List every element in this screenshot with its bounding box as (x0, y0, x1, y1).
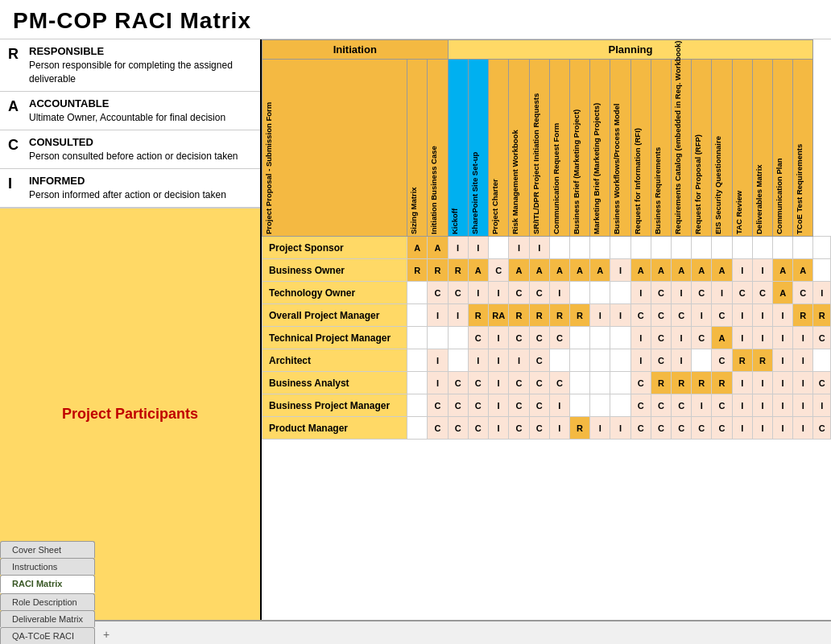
cell-5-19: I (793, 349, 813, 372)
cell-5-3: I (468, 349, 488, 372)
cell-2-19: C (793, 282, 813, 304)
cell-2-17: C (752, 282, 772, 304)
cell-5-13: I (672, 349, 692, 372)
cell-7-12: C (651, 394, 671, 417)
cell-7-6: C (529, 394, 549, 417)
cell-8-2: C (448, 417, 468, 440)
cell-1-12: A (651, 259, 671, 282)
cell-5-0 (407, 349, 428, 372)
cell-8-8: R (569, 417, 589, 440)
cell-3-14: I (692, 304, 712, 327)
cell-7-3: C (468, 394, 488, 417)
cell-0-18 (773, 237, 793, 259)
cell-4-20: C (813, 327, 831, 349)
tab-role-description[interactable]: Role Description (0, 593, 95, 610)
cell-4-15: A (712, 327, 732, 349)
cell-7-20: I (813, 394, 831, 417)
row-name-3: Overall Project Manager (263, 304, 407, 327)
cell-0-9 (590, 237, 610, 259)
col-header-18: Deliverables Matrix (752, 60, 772, 237)
tab-qa-tcoe-raci[interactable]: QA-TCoE RACI (0, 627, 95, 644)
cell-6-0 (407, 372, 428, 394)
cell-8-15: C (712, 417, 732, 440)
tab-cover-sheet[interactable]: Cover Sheet (0, 541, 95, 558)
col-header-14: Requirements Catalog (embedded in Req. W… (672, 60, 692, 237)
cell-6-10 (610, 372, 630, 394)
cell-4-11: I (630, 327, 651, 349)
cell-0-15 (712, 237, 732, 259)
page-title: PM-COP RACI Matrix (13, 8, 818, 34)
cell-7-15: C (712, 394, 732, 417)
cell-6-2: C (448, 372, 468, 394)
cell-0-5: I (509, 237, 529, 259)
cell-1-8: A (569, 259, 589, 282)
cell-3-15: C (712, 304, 732, 327)
cell-7-17: I (752, 394, 772, 417)
cell-6-16: I (732, 372, 752, 394)
cell-2-7: I (549, 282, 569, 304)
table-area[interactable]: InitiationPlanning Project Proposal - Su… (262, 39, 831, 620)
cell-2-8 (569, 282, 589, 304)
tab-instructions[interactable]: Instructions (0, 558, 95, 575)
cell-5-17: R (752, 349, 772, 372)
cell-8-3: C (468, 417, 488, 440)
cell-3-17: I (752, 304, 772, 327)
cell-1-16: I (732, 259, 752, 282)
cell-1-11: A (630, 259, 651, 282)
cell-8-16: I (732, 417, 752, 440)
cell-6-11: C (630, 372, 651, 394)
cell-7-10 (610, 394, 630, 417)
legend-text-i: INFORMED Person informed after action or… (29, 174, 226, 202)
cell-4-4: I (488, 327, 508, 349)
cell-6-7: C (549, 372, 569, 394)
add-tab-button[interactable]: + (97, 625, 116, 644)
cell-0-17 (752, 237, 772, 259)
cell-0-20 (813, 237, 831, 259)
cell-4-7: C (549, 327, 569, 349)
cell-3-12: C (651, 304, 671, 327)
cell-2-6: C (529, 282, 549, 304)
cell-3-19: R (793, 304, 813, 327)
cell-6-8 (569, 372, 589, 394)
cell-7-4: I (488, 394, 508, 417)
cell-5-14 (692, 349, 712, 372)
cell-5-16: R (732, 349, 752, 372)
cell-1-10: I (610, 259, 630, 282)
cell-5-15: C (712, 349, 732, 372)
cell-5-4: I (488, 349, 508, 372)
cell-2-5: C (509, 282, 529, 304)
bottom-tabs[interactable]: Cover SheetInstructionsRACI MatrixRole D… (0, 620, 831, 644)
cell-5-5: I (509, 349, 529, 372)
cell-6-15: R (712, 372, 732, 394)
tab-raci-matrix[interactable]: RACI Matrix (0, 575, 95, 593)
cell-2-4: I (488, 282, 508, 304)
cell-6-19: I (793, 372, 813, 394)
cell-7-9 (590, 394, 610, 417)
cell-0-14 (692, 237, 712, 259)
raci-table: InitiationPlanning Project Proposal - Su… (262, 39, 831, 440)
cell-3-3: R (468, 304, 488, 327)
cell-2-16: C (732, 282, 752, 304)
cell-1-17: I (752, 259, 772, 282)
cell-4-13: I (672, 327, 692, 349)
cell-4-14: C (692, 327, 712, 349)
cell-6-18: I (773, 372, 793, 394)
tab-deliverable-matrix[interactable]: Deliverable Matrix (0, 610, 95, 627)
cell-4-8 (569, 327, 589, 349)
row-name-2: Technology Owner (263, 282, 407, 304)
cell-8-5: C (509, 417, 529, 440)
table-row: Overall Project ManagerIIRRARRRRIICCCICI… (263, 304, 831, 327)
table-row: Technical Project ManagerCICCCICICAIIIIC (263, 327, 831, 349)
table-row: Product ManagerCCCICCIRIICCCCCIIIIC (263, 417, 831, 440)
table-row: Business Project ManagerCCCICCICCCICIIII… (263, 394, 831, 417)
cell-0-10 (610, 237, 630, 259)
cell-4-6: C (529, 327, 549, 349)
cell-3-6: R (529, 304, 549, 327)
cell-7-1: C (428, 394, 448, 417)
cell-8-13: C (672, 417, 692, 440)
cell-4-2 (448, 327, 468, 349)
cell-8-7: I (549, 417, 569, 440)
cell-2-14: C (692, 282, 712, 304)
cell-7-13: C (672, 394, 692, 417)
cell-0-4 (488, 237, 508, 259)
